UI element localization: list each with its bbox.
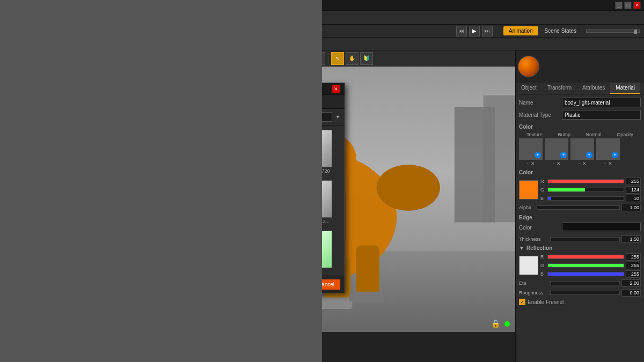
reflection-color-row: R G B: [519, 253, 641, 278]
material-name-row: Name: [519, 98, 641, 107]
tex-add-texture[interactable]: +: [535, 152, 541, 158]
roughness-input[interactable]: [621, 289, 641, 297]
texture-slots-row: + - ✕ + - ✕: [519, 138, 641, 166]
dialog-close-btn[interactable]: ✕: [332, 85, 340, 93]
tex-controls-normal: - ✕: [579, 161, 587, 166]
thickness-track[interactable]: [550, 237, 620, 241]
material-type-select[interactable]: Plastic Metal Glass Matte: [562, 110, 641, 120]
refl-g-label: G: [540, 263, 546, 268]
alpha-track[interactable]: [537, 205, 620, 210]
tex-x-opacity[interactable]: ✕: [608, 161, 612, 166]
refl-r-track[interactable]: [547, 255, 624, 259]
alpha-row: Alpha: [519, 204, 641, 211]
tex-add-opacity[interactable]: +: [612, 152, 618, 158]
eta-track[interactable]: [550, 281, 620, 285]
roughness-row: Roughness: [519, 289, 641, 297]
rp-tab-object[interactable]: Object: [516, 83, 542, 94]
thickness-label: Thickness: [519, 237, 548, 242]
tex-box-opacity[interactable]: +: [596, 138, 620, 160]
tex-minus-texture[interactable]: -: [527, 161, 529, 166]
ch-b-fill: [548, 197, 551, 200]
edge-color-label: Color: [519, 225, 562, 231]
tex-slot-normal: + - ✕: [570, 138, 594, 166]
reflection-arrow[interactable]: ▼: [519, 245, 524, 251]
ch-b-input[interactable]: [626, 195, 641, 202]
tex-label-bump: Bump: [558, 132, 570, 137]
tex-controls-opacity: - ✕: [604, 161, 612, 166]
edge-section-heading: Edge: [519, 215, 641, 220]
material-preview: [516, 50, 644, 83]
refl-g-input[interactable]: [626, 262, 641, 269]
material-name-input[interactable]: [562, 98, 641, 107]
vp-sep-4: [328, 53, 328, 64]
edge-color-swatch[interactable]: [562, 223, 641, 231]
tex-x-bump[interactable]: ✕: [557, 161, 561, 166]
right-panel-tabs: Object Transform Attributes Material: [516, 83, 644, 94]
vp-tool-9[interactable]: 🔰: [360, 52, 373, 65]
tex-add-normal[interactable]: +: [586, 152, 592, 158]
timeline-slider[interactable]: [586, 29, 640, 33]
tex-x-normal[interactable]: ✕: [582, 161, 587, 166]
fresnel-label: Enable Fresnel: [528, 299, 564, 305]
refl-b-input[interactable]: [626, 270, 641, 278]
color-swatch[interactable]: [519, 180, 538, 200]
rp-tab-attributes[interactable]: Attributes: [577, 83, 610, 94]
svg-rect-18: [382, 179, 428, 194]
fresnel-checkbox[interactable]: ✓: [519, 299, 525, 305]
tex-minus-bump[interactable]: -: [553, 161, 554, 166]
ch-b-track[interactable]: [547, 196, 624, 201]
tex-add-bump[interactable]: +: [560, 152, 567, 158]
svg-rect-24: [318, 297, 353, 309]
tex-controls-bump: - ✕: [553, 161, 561, 166]
ch-g-input[interactable]: [626, 186, 641, 194]
alpha-input[interactable]: [621, 204, 641, 211]
material-type-label: Material Type: [519, 112, 562, 118]
tex-minus-opacity[interactable]: -: [604, 161, 606, 166]
edge-color-label-row: Color: [519, 223, 641, 233]
ch-r-fill: [548, 180, 624, 183]
thickness-input[interactable]: [621, 235, 641, 243]
main-layout: ⚙ 🔧 ● ✎ 🎯 ◱ 📊 5.19 ⚡ Basic Advanced + - …: [0, 50, 644, 362]
tex-box-texture[interactable]: +: [519, 138, 543, 160]
play-btn[interactable]: ▶: [469, 26, 480, 36]
tex-x-texture[interactable]: ✕: [531, 161, 535, 166]
fresnel-row: ✓ Enable Fresnel: [519, 299, 641, 305]
refl-b-track[interactable]: [547, 272, 624, 276]
template-dropdown-arrow[interactable]: ▼: [335, 114, 340, 120]
tex-minus-normal[interactable]: -: [579, 161, 580, 166]
rp-tab-transform[interactable]: Transform: [542, 83, 577, 94]
eta-label: Eta: [519, 280, 548, 286]
ch-g-track[interactable]: [547, 188, 624, 192]
reflection-swatch[interactable]: [519, 256, 538, 275]
tex-box-normal[interactable]: +: [570, 138, 594, 160]
refl-g-track[interactable]: [547, 263, 624, 268]
ch-r-track[interactable]: [547, 179, 624, 183]
eta-input[interactable]: [621, 279, 641, 287]
window-controls[interactable]: _ □ ✕: [615, 2, 641, 9]
prev-btn[interactable]: ⏮: [456, 26, 467, 36]
rp-tab-material[interactable]: Material: [610, 83, 640, 94]
vp-tool-select[interactable]: ↖: [331, 52, 344, 65]
ch-r-input[interactable]: [626, 178, 641, 185]
channel-g-row: G: [540, 186, 641, 194]
maximize-btn[interactable]: □: [624, 2, 632, 9]
roughness-track[interactable]: [550, 291, 620, 295]
name-label: Name: [519, 100, 562, 106]
reflection-section-heading: Reflection: [526, 245, 552, 251]
tex-slot-bump: + - ✕: [545, 138, 568, 166]
minimize-btn[interactable]: _: [615, 2, 623, 9]
refl-g-fill: [548, 264, 624, 267]
scene-tab-animation[interactable]: Animation: [503, 26, 538, 35]
tex-label-opacity: Opacity: [617, 132, 633, 137]
tex-box-bump[interactable]: +: [545, 138, 568, 160]
close-btn[interactable]: ✕: [633, 2, 641, 9]
next-btn[interactable]: ⏭: [482, 26, 493, 36]
vp-tool-hand[interactable]: ✋: [346, 52, 358, 65]
edge-color-row: Color Thickness: [519, 223, 641, 243]
color-section-heading: Color: [519, 169, 641, 175]
refl-r-input[interactable]: [626, 253, 641, 261]
channel-r-row: R: [540, 178, 641, 185]
material-sphere-preview: [518, 56, 539, 77]
scene-tab-scene-states[interactable]: Scene States: [539, 26, 582, 35]
texture-labels: Texture Bump Normal Opacity: [519, 132, 641, 137]
